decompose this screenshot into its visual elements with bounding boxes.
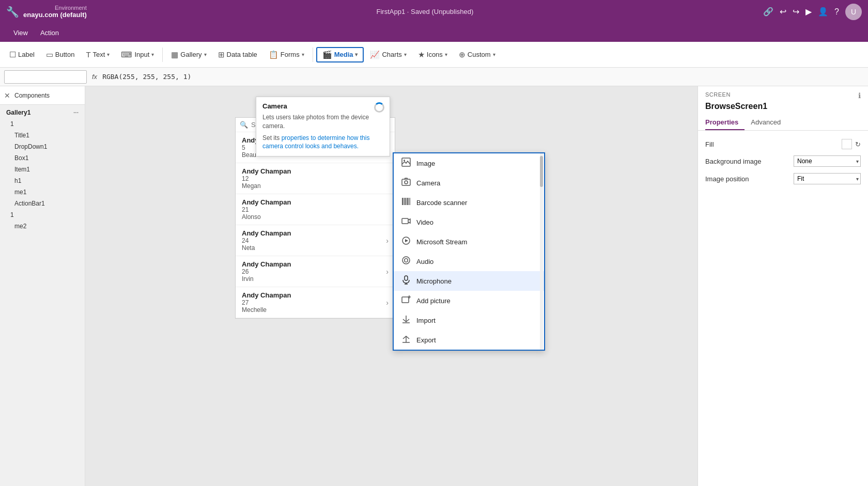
list-item[interactable]: Andy Champan 24 Neta › [236,225,395,256]
avatar[interactable]: U [845,4,862,20]
tooltip-link-1[interactable]: properties to determine how this [282,134,370,142]
color-swatch[interactable] [842,139,852,149]
toolbar-divider-2 [313,48,313,62]
dropdown-item-video[interactable]: Video [394,212,544,232]
input-arrow: ▾ [151,52,154,57]
fill-label: Fill [705,140,714,148]
img-position-select[interactable]: Fit [794,173,861,184]
toolbar-icons[interactable]: ★ Icons ▾ [413,48,453,61]
image-icon [401,158,411,169]
tree-item-label: Item1 [14,166,30,173]
toolbar-charts[interactable]: 📈 Charts ▾ [365,48,411,61]
svg-point-1 [404,160,405,161]
tree-item[interactable]: me2 [0,221,85,232]
help-icon[interactable]: ? [834,7,839,17]
barcode-icon [401,197,411,208]
dropdown-item-microphone[interactable]: Microphone [394,271,544,291]
tree-item[interactable]: Box1 [0,152,85,164]
menu-view[interactable]: View [8,27,33,39]
screen-label: SCREEN [705,91,731,98]
tree-item[interactable]: Gallery1 ··· [0,107,85,118]
toolbar-custom[interactable]: ⊕ Custom ▾ [454,48,501,61]
dropdown-item-label: Microsoft Stream [416,238,467,246]
list-item-name: Andy Champan [242,260,386,268]
toolbar-forms[interactable]: 📋 Forms ▾ [264,48,309,61]
tree-item[interactable]: ActionBar1 [0,198,85,209]
tree-item[interactable]: 1 [0,209,85,221]
share-icon[interactable]: 👤 [818,7,828,17]
tree-item[interactable]: Item1 [0,164,85,175]
dropdown-item-import[interactable]: Import [394,310,544,330]
list-item-sub: Neta [242,244,386,252]
forms-icon: 📋 [269,50,278,59]
dropdown-item-label: Video [416,218,433,226]
dropdown-item-msstream[interactable]: Microsoft Stream [394,232,544,252]
toolbar-text[interactable]: T Text ▾ [81,48,115,61]
svg-rect-4 [402,198,403,205]
svg-rect-15 [405,276,408,280]
dropdown-item-barcode[interactable]: Barcode scanner [394,193,544,212]
refresh-icon[interactable]: ↻ [855,140,861,148]
play-icon[interactable]: ▶ [805,7,812,17]
tree-item-label: DropDown1 [14,143,47,150]
list-item-info: Andy Champan 21 Alonso [242,198,389,221]
title-bar-right: 🔗 ↩ ↪ ▶ 👤 ? U [763,4,862,20]
close-panel-button[interactable]: ✕ [4,91,10,100]
formula-label: fx [89,73,100,81]
toolbar-gallery[interactable]: ▦ Gallery ▾ [166,48,211,61]
tree-item-label: me2 [14,223,26,230]
datatable-icon: ⊞ [218,50,225,59]
tooltip-link-text: Set its properties to determine how this… [262,134,383,151]
info-icon[interactable]: ℹ [858,91,861,100]
tooltip-description: Lets users take photos from the device c… [262,113,383,131]
svg-marker-13 [405,239,408,242]
tree-item[interactable]: 1 [0,118,85,130]
list-item-info: Andy Champan 12 Megan [242,167,389,190]
connection-icon[interactable]: 🔗 [763,7,773,17]
property-selector[interactable] [4,70,87,84]
tree-item[interactable]: DropDown1 [0,141,85,152]
list-item[interactable]: Andy Champan 21 Alonso [236,194,395,225]
toolbar-media[interactable]: 🎬 Media ▾ [316,47,364,62]
scrollbar-thumb [540,156,543,187]
gallery-arrow: ▾ [204,52,207,57]
bg-image-select[interactable]: None [794,155,861,167]
dropdown-item-camera[interactable]: Camera [394,173,544,193]
custom-icon: ⊕ [459,50,466,59]
tree-item[interactable]: me1 [0,186,85,198]
fill-property: Fill ↻ [705,136,861,152]
tree-item-label: Gallery1 [6,109,30,116]
tree-item[interactable]: h1 [0,175,85,186]
list-item[interactable]: Andy Champan 12 Megan [236,163,395,194]
tree-item[interactable]: Title1 [0,130,85,141]
tab-properties[interactable]: Properties [705,115,745,130]
redo-icon[interactable]: ↪ [793,7,799,17]
charts-icon: 📈 [370,50,380,59]
dropdown-item-export[interactable]: Export [394,330,544,350]
img-position-select-wrapper: Fit ▾ [794,173,861,184]
list-item[interactable]: Andy Champan 27 Mechelle › [236,287,395,318]
toolbar-input[interactable]: ⌨ Input ▾ [116,48,159,61]
menu-action[interactable]: Action [35,27,64,39]
forms-arrow: ▾ [302,52,304,57]
undo-icon[interactable]: ↩ [780,7,786,17]
list-item-info: Andy Champan 27 Mechelle [242,291,386,313]
list-item-sub: Alonso [242,213,389,221]
dropdown-item-audio[interactable]: Audio [394,252,544,271]
custom-arrow: ▾ [493,52,495,57]
label-icon: ☐ [9,50,16,59]
text-arrow: ▾ [107,52,110,57]
tab-advanced[interactable]: Advanced [751,115,787,130]
formula-input[interactable] [102,70,864,84]
tree-item-more-icon[interactable]: ··· [73,109,79,116]
tab-row: Properties Advanced [698,115,868,131]
dropdown-item-addpicture[interactable]: Add picture [394,291,544,310]
tooltip-link-2[interactable]: camera control looks and behaves. [262,143,359,150]
toolbar-datatable[interactable]: ⊞ Data table [213,48,262,61]
gallery-icon: ▦ [171,50,178,59]
list-item[interactable]: Andy Champan 26 Irvin › [236,256,395,287]
toolbar-label[interactable]: ☐ Label [4,48,40,61]
dropdown-item-image[interactable]: Image [394,153,544,173]
title-bar-left: 🔧 Environment enayu.com (default) [6,5,87,19]
toolbar-button[interactable]: ▭ Button [41,48,80,61]
